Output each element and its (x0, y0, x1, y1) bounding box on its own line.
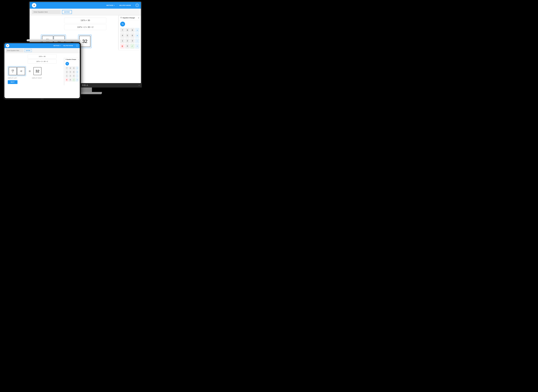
tablet-key-0[interactable]: 0 (69, 78, 72, 82)
key-9[interactable]: 9 (130, 28, 135, 33)
tablet-equation-line-2: 13/7x + 2 = 30 + 2 (28, 59, 56, 64)
apple-pencil (27, 39, 80, 41)
tablet-key-confirm[interactable]: ✓ (72, 78, 75, 82)
tablet-nav-helper[interactable]: HELPER MODE (62, 45, 75, 46)
tablet-calc-special: % (64, 61, 80, 66)
key-0[interactable]: 0 (125, 44, 130, 49)
tablet-fraction-icon: % (67, 63, 68, 65)
monitor-power-button[interactable] (139, 85, 139, 86)
tablet-nav-info[interactable]: i (76, 45, 78, 47)
tablet-method-chevron: ▾ (60, 45, 60, 47)
tablet-fraction: 13x 7 (12, 69, 14, 73)
tablet-key-9[interactable]: 9 (72, 66, 75, 70)
fraction-icon: % (122, 23, 124, 25)
tablet-key-2[interactable]: 2 (69, 74, 72, 78)
key-delete[interactable]: 🗑 (120, 44, 125, 49)
fraction-special-button[interactable]: % (120, 22, 125, 27)
key-8[interactable]: 8 (125, 28, 130, 33)
tablet-key-7[interactable]: 7 (65, 66, 69, 70)
method-chevron-icon: ▾ (114, 5, 115, 6)
tablet-key-6[interactable]: 6 (72, 70, 75, 74)
tablet-key-minus[interactable]: - (76, 74, 79, 78)
enter-button[interactable]: ENTER (62, 10, 72, 14)
tablet-enter-button[interactable]: ENTER (24, 49, 32, 52)
tablet-eq-changer-header: ⠿ Equation Changer ∧ (64, 58, 80, 61)
calc-special-row: % (119, 20, 141, 28)
calculator-grid: 7 8 9 ÷ 4 5 6 × 1 2 3 - 🗑 0 ✓ + (119, 28, 141, 50)
app-toolbar: ENTER (30, 9, 141, 15)
tablet-screen: x METHOD ▾ HELPER MODE i ENTER (5, 43, 80, 98)
key-minus[interactable]: - (135, 38, 139, 43)
key-4[interactable]: 4 (120, 33, 125, 38)
equation-changer-panel: ⠿ Equation Changer ∧ % 7 8 9 ÷ 4 5 6 (119, 15, 141, 50)
tablet-simplify-left-label: SIMPLIFY LEFT (8, 77, 17, 79)
tablet: x METHOD ▾ HELPER MODE i ENTER (3, 42, 81, 100)
nav-helper-mode-button[interactable]: HELPER MODE (117, 5, 133, 6)
tablet-key-divide[interactable]: ÷ (76, 66, 79, 70)
tablet-next-button[interactable]: NEXT (8, 80, 18, 84)
equation-changer-header: ⠿ Equation Changer ∧ (119, 15, 141, 20)
key-divide[interactable]: ÷ (135, 28, 139, 33)
tablet-calculator-grid: 7 8 9 ÷ 4 5 6 × 1 2 3 - 🗑 0 ✓ + (64, 66, 80, 82)
tablet-home-button[interactable] (41, 99, 44, 99)
tablet-nav-method[interactable]: METHOD ▾ (52, 45, 62, 47)
tablet-grid-icon: ⠿ (65, 59, 66, 60)
result-box[interactable]: 32 (79, 36, 90, 47)
tablet-key-multiply[interactable]: × (76, 70, 79, 74)
equation-input[interactable] (32, 10, 61, 14)
key-multiply[interactable]: × (135, 33, 139, 38)
tablet-plus-two-box[interactable]: +2 (17, 67, 25, 75)
app-nav: METHOD ▾ HELPER MODE i (104, 4, 139, 7)
tablet-equation-line-1: 13/7x = 30 (28, 54, 56, 59)
key-confirm[interactable]: ✓ (130, 44, 135, 49)
key-6[interactable]: 6 (130, 33, 135, 38)
key-7[interactable]: 7 (120, 28, 125, 33)
key-1[interactable]: 1 (120, 38, 125, 43)
tablet-workspace: 13/7x = 30 13/7x + 2 = 30 + 2 13x 7 (5, 53, 80, 85)
tablet-equation-changer: ⠿ Equation Changer ∧ % 7 8 9 ÷ 4 5 6 (64, 58, 80, 85)
tablet-key-3[interactable]: 3 (72, 74, 75, 78)
tablet-collapse-icon[interactable]: ∧ (78, 59, 79, 60)
tablet-nav: METHOD ▾ HELPER MODE i (52, 45, 78, 47)
tablet-equation-input[interactable] (6, 49, 23, 52)
tablet-simplify-right-label: SIMPLIFY RIGHT (32, 77, 42, 79)
tablet-fraction-special-button[interactable]: % (65, 62, 69, 65)
equation-line-2: 13/7x + 2 = 30 + 2 (64, 24, 106, 30)
tablet-key-4[interactable]: 4 (65, 70, 69, 74)
key-5[interactable]: 5 (125, 33, 130, 38)
tablet-key-plus[interactable]: + (76, 78, 79, 82)
nav-method-button[interactable]: METHOD ▾ (104, 5, 117, 6)
tablet-key-1[interactable]: 1 (65, 74, 69, 78)
key-2[interactable]: 2 (125, 38, 130, 43)
collapse-icon[interactable]: ∧ (138, 17, 139, 19)
tablet-left-group: 13x 7 +2 (8, 66, 26, 76)
tablet-key-delete[interactable]: 🗑 (65, 78, 69, 82)
tablet-app-header: x METHOD ▾ HELPER MODE i (5, 43, 80, 48)
tablet-logo: x (6, 44, 9, 47)
app-header: x METHOD ▾ HELPER MODE i (30, 2, 141, 9)
nav-info-button[interactable]: i (136, 4, 139, 7)
equation-line-1: 13/7x = 30 (64, 18, 106, 23)
grid-icon: ⠿ (121, 17, 122, 19)
tablet-key-8[interactable]: 8 (69, 66, 72, 70)
tablet-key-5[interactable]: 5 (69, 70, 72, 74)
app-logo: x (32, 3, 36, 8)
key-3[interactable]: 3 (130, 38, 135, 43)
tablet-camera (4, 71, 4, 71)
tablet-result-box[interactable]: 32 (33, 67, 42, 75)
monitor-brand-label: DELL (82, 84, 89, 86)
tablet-toolbar: ENTER (5, 48, 80, 53)
key-plus[interactable]: + (135, 44, 139, 49)
tablet-equals-sign: = (29, 69, 31, 73)
tablet-fraction-box[interactable]: 13x 7 (9, 67, 17, 75)
